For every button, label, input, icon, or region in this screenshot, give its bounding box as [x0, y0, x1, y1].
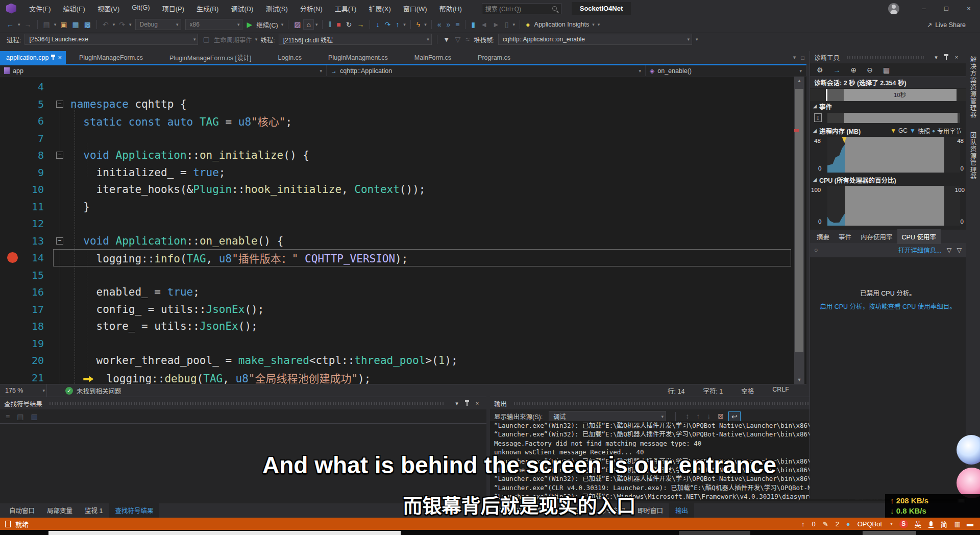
process-select-caret-icon[interactable]: ▾ [193, 37, 196, 42]
fold-collapse-icon[interactable]: − [56, 152, 63, 159]
open-details-link[interactable]: 打开详细信息... [898, 245, 941, 255]
dropdown-caret-icon[interactable]: ▾ [402, 22, 407, 27]
dropdown-caret-icon[interactable]: ▾ [596, 22, 602, 27]
upload-count[interactable]: 0 [810, 520, 817, 528]
diagnostics-tab[interactable]: 内存使用率 [856, 229, 897, 244]
code-line[interactable]: 12 [0, 215, 806, 232]
section-expander-icon[interactable]: ◢ [813, 128, 817, 133]
dropdown-caret-icon[interactable]: ▾ [423, 22, 428, 27]
filter-clear-icon[interactable]: ▽ [453, 35, 463, 44]
goto-message-icon[interactable]: ↕ [683, 411, 692, 422]
menu-item[interactable]: 窗口(W) [398, 2, 433, 15]
menu-item[interactable]: 生成(B) [191, 2, 224, 15]
close-button[interactable]: × [958, 0, 980, 17]
tool-window-tab[interactable]: 局部变量 [41, 503, 79, 518]
edit-count[interactable]: 2 [834, 520, 841, 528]
panel-menu-icon[interactable]: ▾ [931, 54, 941, 61]
indent-increase-icon[interactable]: » [444, 20, 453, 29]
next-bookmark-icon[interactable]: ► [490, 20, 502, 29]
filter-icon[interactable]: ▽ [957, 246, 962, 254]
menu-item[interactable]: 扩展(X) [363, 2, 396, 15]
dropdown-caret-icon[interactable]: ▾ [128, 22, 133, 27]
record-icon[interactable]: ○ [814, 247, 818, 254]
solution-configuration-select[interactable]: Debug▾ [135, 19, 181, 30]
code-line[interactable]: 5−namespace cqhttp { [0, 95, 806, 113]
code-line[interactable]: 10 iterate_hooks(&Plugin::hook_initializ… [0, 181, 806, 198]
dropdown-caret-icon[interactable]: ▾ [53, 22, 58, 27]
diagnostics-tab[interactable]: 摘要 [812, 229, 834, 244]
menu-item[interactable]: Git(G) [126, 2, 155, 15]
document-health-indicator[interactable]: ✓ 未找到相关问题 [65, 386, 121, 396]
dropdown-caret-icon[interactable]: ▾ [694, 37, 700, 42]
word-wrap-icon[interactable]: ↩ [728, 411, 741, 422]
editor-scrollbar[interactable]: ▲ ▼ [794, 77, 804, 384]
code-line[interactable]: 8− void Application::on_initialize() { [0, 147, 806, 164]
scroll-down-icon[interactable]: ▼ [794, 377, 804, 382]
events-section-header[interactable]: ◢ 事件 [810, 101, 966, 111]
scroll-up-icon[interactable]: ▲ [794, 78, 804, 83]
dropdown-caret-icon[interactable]: ▾ [511, 22, 517, 27]
editor-zoom-select[interactable]: 175 % ▾ [0, 384, 47, 397]
breadcrumb-project[interactable]: app ▾ [0, 65, 327, 76]
combo-caret-icon[interactable]: ▾ [662, 414, 664, 419]
panel-menu-icon[interactable]: ▾ [452, 400, 462, 407]
code-line[interactable]: 17 config_ = utils::JsonEx(); [0, 301, 806, 318]
menu-item[interactable]: 编辑(E) [58, 2, 91, 15]
filter-threads-icon[interactable]: ▼ [440, 35, 453, 44]
diagnostics-timeline-ruler[interactable]: 10秒 [810, 89, 966, 101]
code-line[interactable]: 19 [0, 335, 806, 352]
code-editor[interactable]: 45−namespace cqhttp {6 static const auto… [0, 77, 806, 384]
cpu-section-header[interactable]: ◢ CPU (所有处理器的百分比) [810, 175, 966, 185]
next-message-icon[interactable]: ↓ [704, 411, 713, 422]
minimize-button[interactable]: – [913, 0, 935, 17]
thread-select[interactable]: [21156] clr.dll 线程▾ [279, 34, 432, 45]
flag-threads-icon[interactable]: ≈ [463, 35, 472, 44]
stop-debugging-icon[interactable]: ■ [334, 20, 343, 29]
menu-item[interactable]: 调试(D) [225, 2, 259, 15]
breadcrumb-caret-icon[interactable]: ▾ [320, 68, 322, 74]
code-line[interactable]: 7 [0, 130, 806, 147]
breadcrumb-caret-icon[interactable]: ▾ [639, 68, 641, 74]
tool-window-tab[interactable]: 即时窗口 [631, 503, 669, 518]
diagnostics-tab[interactable]: CPU 使用率 [897, 229, 941, 244]
user-avatar[interactable] [888, 3, 899, 14]
fold-collapse-icon[interactable]: − [56, 237, 63, 245]
document-tab[interactable]: PluginManageForm.cs [66, 51, 156, 64]
expand-all-icon[interactable]: ▤ [14, 412, 26, 421]
continue-icon[interactable]: ▶ [244, 20, 255, 29]
menu-item[interactable]: 视图(V) [92, 2, 125, 15]
editor-scrollbar-thumb[interactable] [795, 89, 803, 352]
step-out-icon[interactable]: ↑ [393, 20, 402, 29]
document-tab[interactable]: application.cpp× [0, 51, 66, 64]
document-tab[interactable]: Program.cs [464, 51, 524, 64]
lifecycle-events-icon[interactable]: ▢ [200, 35, 212, 44]
restart-icon[interactable]: ↻ [344, 20, 355, 29]
pin-icon[interactable] [467, 401, 468, 406]
filter-icon[interactable]: ▽ [947, 246, 952, 254]
close-panel-icon[interactable]: × [951, 54, 962, 60]
bot-name-label[interactable]: OPQBot [856, 520, 884, 528]
solution-configuration-select-caret-icon[interactable]: ▾ [176, 22, 179, 27]
sogou-ime-badge[interactable]: S [899, 520, 908, 528]
pin-icon[interactable] [946, 55, 947, 60]
lifecycle-events-label[interactable]: 生命周期事件 [212, 35, 254, 44]
document-tab[interactable]: PluginManageForm.cs [设计] [156, 51, 264, 64]
mic-icon[interactable] [929, 521, 933, 526]
side-tool-tab[interactable]: 团队资源管理器 [968, 132, 978, 180]
diag-zoom-out-icon[interactable]: ⊖ [864, 65, 875, 75]
step-over-icon[interactable]: ↷ [382, 20, 393, 29]
dropdown-caret-icon[interactable]: ▾ [254, 37, 259, 42]
group-results-icon[interactable]: ≡ [3, 412, 12, 421]
save-icon[interactable]: ▦ [70, 20, 82, 29]
continue-label[interactable]: 继续(C) [255, 20, 279, 30]
breadcrumb-type[interactable]: → cqhttp::Application ▾ [327, 65, 646, 76]
dropdown-caret-icon[interactable]: ▾ [314, 22, 320, 27]
ime-simplified-label[interactable]: 简 [939, 519, 949, 529]
step-into-icon[interactable]: ↓ [373, 20, 382, 29]
menu-item[interactable]: 测试(S) [260, 2, 293, 15]
code-line[interactable]: 9 initialized_ = true; [0, 164, 806, 181]
close-tab-icon[interactable]: × [58, 54, 62, 61]
breadcrumb-caret-icon[interactable]: ▾ [799, 68, 802, 74]
fold-collapse-icon[interactable]: − [56, 101, 63, 108]
code-line[interactable]: 6 static const auto TAG = u8"核心"; [0, 112, 806, 130]
